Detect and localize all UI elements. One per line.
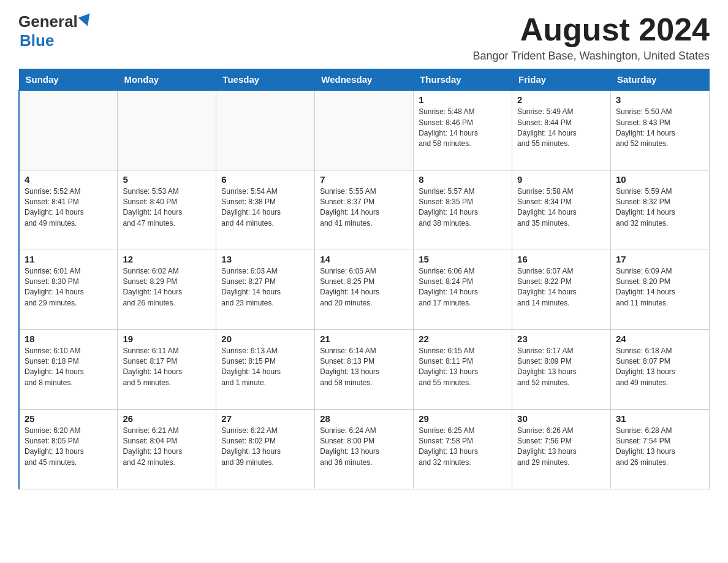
- day-info: Sunrise: 6:18 AMSunset: 8:07 PMDaylight:…: [616, 346, 704, 389]
- day-info: Sunrise: 6:26 AMSunset: 7:56 PMDaylight:…: [517, 426, 605, 469]
- day-info: Sunrise: 6:20 AMSunset: 8:05 PMDaylight:…: [25, 426, 112, 469]
- logo-general-text: General: [18, 12, 78, 31]
- day-info: Sunrise: 5:58 AMSunset: 8:34 PMDaylight:…: [517, 186, 605, 229]
- col-tuesday: Tuesday: [216, 69, 315, 91]
- day-info: Sunrise: 6:06 AMSunset: 8:24 PMDaylight:…: [419, 266, 507, 309]
- title-area: August 2024 Bangor Trident Base, Washing…: [472, 12, 710, 63]
- day-number: 26: [123, 413, 211, 424]
- day-number: 20: [221, 334, 309, 344]
- col-saturday: Saturday: [611, 69, 710, 91]
- col-monday: Monday: [118, 69, 216, 91]
- day-number: 2: [517, 94, 605, 105]
- month-title: August 2024: [472, 12, 710, 47]
- table-row: [118, 90, 216, 170]
- calendar-week-row: 11Sunrise: 6:01 AMSunset: 8:30 PMDayligh…: [19, 250, 710, 329]
- day-number: 19: [123, 334, 211, 344]
- table-row: 29Sunrise: 6:25 AMSunset: 7:58 PMDayligh…: [414, 409, 512, 489]
- day-info: Sunrise: 6:17 AMSunset: 8:09 PMDaylight:…: [517, 346, 605, 389]
- table-row: 24Sunrise: 6:18 AMSunset: 8:07 PMDayligh…: [611, 329, 710, 409]
- table-row: 10Sunrise: 5:59 AMSunset: 8:32 PMDayligh…: [611, 170, 710, 250]
- day-info: Sunrise: 6:21 AMSunset: 8:04 PMDaylight:…: [123, 426, 211, 469]
- day-number: 17: [616, 254, 704, 264]
- day-info: Sunrise: 6:24 AMSunset: 8:00 PMDaylight:…: [320, 426, 408, 469]
- col-sunday: Sunday: [19, 69, 118, 91]
- day-info: Sunrise: 6:14 AMSunset: 8:13 PMDaylight:…: [320, 346, 408, 389]
- table-row: [19, 90, 118, 170]
- table-row: 4Sunrise: 5:52 AMSunset: 8:41 PMDaylight…: [19, 170, 118, 250]
- col-wednesday: Wednesday: [315, 69, 414, 91]
- table-row: 9Sunrise: 5:58 AMSunset: 8:34 PMDaylight…: [512, 170, 611, 250]
- day-number: 1: [419, 94, 507, 105]
- table-row: 5Sunrise: 5:53 AMSunset: 8:40 PMDaylight…: [118, 170, 216, 250]
- day-number: 12: [123, 254, 211, 264]
- day-info: Sunrise: 6:10 AMSunset: 8:18 PMDaylight:…: [25, 346, 112, 389]
- table-row: 8Sunrise: 5:57 AMSunset: 8:35 PMDaylight…: [414, 170, 512, 250]
- day-info: Sunrise: 6:05 AMSunset: 8:25 PMDaylight:…: [320, 266, 408, 309]
- table-row: 12Sunrise: 6:02 AMSunset: 8:29 PMDayligh…: [118, 250, 216, 329]
- day-info: Sunrise: 5:59 AMSunset: 8:32 PMDaylight:…: [616, 186, 704, 229]
- calendar-week-row: 18Sunrise: 6:10 AMSunset: 8:18 PMDayligh…: [19, 329, 710, 409]
- table-row: 6Sunrise: 5:54 AMSunset: 8:38 PMDaylight…: [216, 170, 315, 250]
- table-row: 19Sunrise: 6:11 AMSunset: 8:17 PMDayligh…: [118, 329, 216, 409]
- table-row: 18Sunrise: 6:10 AMSunset: 8:18 PMDayligh…: [19, 329, 118, 409]
- day-info: Sunrise: 6:25 AMSunset: 7:58 PMDaylight:…: [419, 426, 507, 469]
- table-row: 26Sunrise: 6:21 AMSunset: 8:04 PMDayligh…: [118, 409, 216, 489]
- day-number: 10: [616, 174, 704, 185]
- table-row: 15Sunrise: 6:06 AMSunset: 8:24 PMDayligh…: [414, 250, 512, 329]
- day-number: 7: [320, 174, 408, 185]
- logo: General: [18, 12, 92, 31]
- col-thursday: Thursday: [414, 69, 512, 91]
- table-row: 22Sunrise: 6:15 AMSunset: 8:11 PMDayligh…: [414, 329, 512, 409]
- day-number: 15: [419, 254, 507, 264]
- day-info: Sunrise: 5:54 AMSunset: 8:38 PMDaylight:…: [221, 186, 309, 229]
- day-number: 13: [221, 254, 309, 264]
- table-row: [216, 90, 315, 170]
- day-number: 14: [320, 254, 408, 264]
- calendar-week-row: 25Sunrise: 6:20 AMSunset: 8:05 PMDayligh…: [19, 409, 710, 489]
- day-number: 22: [419, 334, 507, 344]
- day-number: 28: [320, 413, 408, 424]
- page-header: General Blue August 2024 Bangor Trident …: [18, 12, 710, 63]
- col-friday: Friday: [512, 69, 611, 91]
- table-row: 28Sunrise: 6:24 AMSunset: 8:00 PMDayligh…: [315, 409, 414, 489]
- day-number: 24: [616, 334, 704, 344]
- table-row: 27Sunrise: 6:22 AMSunset: 8:02 PMDayligh…: [216, 409, 315, 489]
- day-info: Sunrise: 6:02 AMSunset: 8:29 PMDaylight:…: [123, 266, 211, 309]
- day-number: 16: [517, 254, 605, 264]
- day-number: 11: [25, 254, 112, 264]
- table-row: 23Sunrise: 6:17 AMSunset: 8:09 PMDayligh…: [512, 329, 611, 409]
- day-number: 4: [25, 174, 112, 185]
- day-info: Sunrise: 5:53 AMSunset: 8:40 PMDaylight:…: [123, 186, 211, 229]
- table-row: 2Sunrise: 5:49 AMSunset: 8:44 PMDaylight…: [512, 90, 611, 170]
- day-info: Sunrise: 6:07 AMSunset: 8:22 PMDaylight:…: [517, 266, 605, 309]
- table-row: 11Sunrise: 6:01 AMSunset: 8:30 PMDayligh…: [19, 250, 118, 329]
- calendar-header-row: Sunday Monday Tuesday Wednesday Thursday…: [19, 69, 710, 91]
- day-number: 25: [25, 413, 112, 424]
- logo-area: General Blue: [18, 12, 92, 50]
- table-row: 20Sunrise: 6:13 AMSunset: 8:15 PMDayligh…: [216, 329, 315, 409]
- table-row: 16Sunrise: 6:07 AMSunset: 8:22 PMDayligh…: [512, 250, 611, 329]
- day-info: Sunrise: 5:48 AMSunset: 8:46 PMDaylight:…: [419, 107, 507, 150]
- day-info: Sunrise: 5:52 AMSunset: 8:41 PMDaylight:…: [25, 186, 112, 229]
- table-row: 3Sunrise: 5:50 AMSunset: 8:43 PMDaylight…: [611, 90, 710, 170]
- table-row: 31Sunrise: 6:28 AMSunset: 7:54 PMDayligh…: [611, 409, 710, 489]
- day-number: 3: [616, 94, 704, 105]
- table-row: 25Sunrise: 6:20 AMSunset: 8:05 PMDayligh…: [19, 409, 118, 489]
- calendar-week-row: 4Sunrise: 5:52 AMSunset: 8:41 PMDaylight…: [19, 170, 710, 250]
- table-row: 7Sunrise: 5:55 AMSunset: 8:37 PMDaylight…: [315, 170, 414, 250]
- day-number: 8: [419, 174, 507, 185]
- location-subtitle: Bangor Trident Base, Washington, United …: [472, 50, 710, 63]
- day-number: 23: [517, 334, 605, 344]
- table-row: [315, 90, 414, 170]
- day-number: 27: [221, 413, 309, 424]
- day-number: 5: [123, 174, 211, 185]
- calendar-table: Sunday Monday Tuesday Wednesday Thursday…: [18, 69, 710, 489]
- day-number: 30: [517, 413, 605, 424]
- day-info: Sunrise: 5:55 AMSunset: 8:37 PMDaylight:…: [320, 186, 408, 229]
- day-info: Sunrise: 5:49 AMSunset: 8:44 PMDaylight:…: [517, 107, 605, 150]
- calendar-week-row: 1Sunrise: 5:48 AMSunset: 8:46 PMDaylight…: [19, 90, 710, 170]
- day-info: Sunrise: 6:28 AMSunset: 7:54 PMDaylight:…: [616, 426, 704, 469]
- day-number: 29: [419, 413, 507, 424]
- day-info: Sunrise: 6:15 AMSunset: 8:11 PMDaylight:…: [419, 346, 507, 389]
- day-number: 9: [517, 174, 605, 185]
